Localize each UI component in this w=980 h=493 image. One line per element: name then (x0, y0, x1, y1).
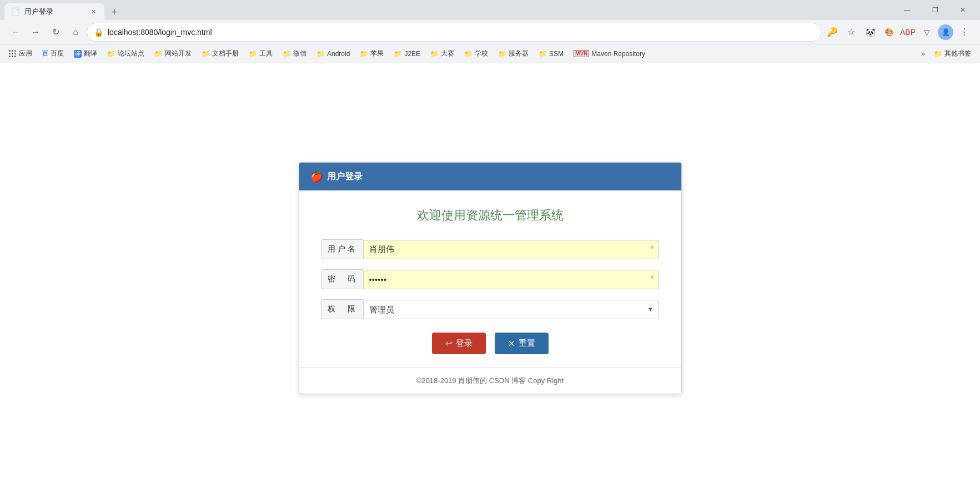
role-select-wrap: 管理员 普通用户 ▼ (363, 300, 659, 319)
bookmark-android-label: Android (327, 50, 350, 58)
reload-button[interactable]: ↻ (47, 23, 64, 41)
folder-contest-icon: 📁 (430, 50, 439, 58)
password-label: 密 码 (321, 269, 363, 289)
profile-button[interactable]: 👤 (937, 23, 954, 41)
form-actions: ↩ 登录 ✕ 重置 (321, 333, 659, 354)
back-button[interactable]: ← (7, 23, 24, 41)
reset-button-label: 重置 (519, 338, 535, 349)
bookmark-baidu[interactable]: 百 百度 (38, 47, 68, 61)
extension-color-icon[interactable]: 🎨 (880, 23, 898, 41)
bookmark-server[interactable]: 📁 服务器 (494, 47, 533, 61)
card-body: 欢迎使用资源统一管理系统 用户名 * 密 码 * 权 限 (299, 190, 681, 354)
bookmark-docs-label: 文档手册 (212, 49, 239, 58)
bookmark-forum-label: 论坛站点 (118, 49, 144, 58)
bookmark-webdev-label: 网站开发 (165, 49, 192, 58)
bookmark-school[interactable]: 📁 学校 (460, 47, 492, 61)
bookmark-j2ee[interactable]: 📁 J2EE (389, 47, 425, 61)
username-input[interactable] (364, 240, 646, 259)
bookmark-wechat-label: 微信 (293, 49, 306, 58)
folder-j2ee-icon: 📁 (394, 50, 402, 58)
profile-avatar: 👤 (938, 24, 953, 40)
tab-close-button[interactable]: ✕ (89, 7, 98, 16)
secure-icon: 🔒 (94, 28, 103, 37)
bookmark-apple[interactable]: 📁 苹果 (355, 47, 388, 61)
folder-apple-icon: 📁 (360, 50, 368, 58)
bookmark-tools-label: 工具 (259, 49, 273, 58)
username-label: 用户名 (321, 239, 363, 259)
password-asterisk: * (646, 274, 658, 284)
tab-title: 用户登录 (24, 7, 84, 17)
tab-strip: 📄 用户登录 ✕ + (4, 0, 894, 20)
extension-panda-icon[interactable]: 🐼 (861, 23, 879, 41)
forward-button[interactable]: → (27, 23, 44, 41)
bookmark-contest-label: 大赛 (441, 49, 454, 58)
folder-forum-icon: 📁 (107, 50, 115, 58)
bookmark-ssm-label: SSM (549, 50, 564, 58)
reset-button[interactable]: ✕ 重置 (495, 333, 549, 354)
fanyi-icon: 译 (74, 50, 82, 58)
login-card: 🍎 用户登录 欢迎使用资源统一管理系统 用户名 * 密 码 * (299, 162, 682, 394)
bookmark-ssm[interactable]: 📁 SSM (534, 47, 568, 61)
card-header-title: 用户登录 (327, 171, 363, 183)
new-tab-button[interactable]: + (107, 4, 122, 20)
bookmark-maven-label: Maven Repository (591, 50, 645, 58)
bookmark-apps[interactable]: 应用 (4, 47, 37, 61)
bookmark-tools[interactable]: 📁 工具 (244, 47, 277, 61)
active-tab[interactable]: 📄 用户登录 ✕ (4, 3, 104, 20)
bookmark-webdev[interactable]: 📁 网站开发 (150, 47, 196, 61)
folder-webdev-icon: 📁 (154, 50, 163, 58)
bookmarks-more-button[interactable]: » (918, 47, 928, 61)
address-bar[interactable]: 🔒 localhost:8080/login_mvc.html (87, 23, 821, 42)
bookmark-android[interactable]: 📁 Android (312, 47, 354, 61)
bookmarks-bar: 应用 百 百度 译 翻译 📁 论坛站点 📁 网站开发 📁 文档手册 📁 工具 (0, 44, 980, 63)
menu-button[interactable]: ⋮ (956, 23, 973, 41)
folder-wechat-icon: 📁 (283, 50, 291, 58)
minimize-button[interactable]: — (894, 0, 920, 20)
close-button[interactable]: ✕ (950, 0, 976, 20)
other-bookmarks-button[interactable]: 📁 其他书签 (929, 47, 976, 61)
username-row: 用户名 * (321, 239, 659, 259)
folder-ssm-icon: 📁 (539, 50, 547, 58)
folder-docs-icon: 📁 (202, 50, 210, 58)
page-content: 🍎 用户登录 欢迎使用资源统一管理系统 用户名 * 密 码 * (0, 63, 980, 493)
folder-tools-icon: 📁 (249, 50, 257, 58)
bookmark-school-label: 学校 (475, 49, 488, 58)
bookmark-contest[interactable]: 📁 大赛 (426, 47, 459, 61)
bookmark-fanyi[interactable]: 译 翻译 (69, 47, 102, 61)
address-text: localhost:8080/login_mvc.html (108, 28, 814, 37)
password-row: 密 码 * (321, 269, 659, 289)
extension-vpn-icon[interactable]: ▽ (918, 23, 936, 41)
bookmark-apple-label: 苹果 (370, 49, 384, 58)
reset-icon: ✕ (508, 339, 515, 349)
home-button[interactable]: ⌂ (67, 23, 84, 41)
other-bookmarks-label: 其他书签 (944, 49, 971, 58)
bookmark-docs[interactable]: 📁 文档手册 (197, 47, 243, 61)
role-label: 权 限 (321, 299, 363, 319)
maven-icon: MVN (574, 50, 589, 57)
card-footer: ©2018-2019 肖朋伟的 CSDN 博客 Copy Right (299, 368, 681, 394)
bookmark-wechat[interactable]: 📁 微信 (278, 47, 311, 61)
baidu-icon: 百 (42, 49, 48, 58)
bookmark-j2ee-label: J2EE (404, 50, 420, 58)
login-button-label: 登录 (456, 338, 473, 349)
password-manager-icon[interactable]: 🔑 (823, 23, 841, 41)
bookmark-apps-label: 应用 (19, 49, 32, 58)
navigation-bar: ← → ↻ ⌂ 🔒 localhost:8080/login_mvc.html … (0, 20, 980, 44)
login-button[interactable]: ↩ 登录 (432, 333, 486, 354)
bookmark-maven[interactable]: MVN Maven Repository (569, 47, 650, 61)
password-input-wrap: * (363, 270, 659, 289)
footer-text: ©2018-2019 肖朋伟的 CSDN 博客 Copy Right (416, 376, 564, 385)
folder-android-icon: 📁 (316, 50, 325, 58)
bookmark-forum[interactable]: 📁 论坛站点 (103, 47, 149, 61)
tab-favicon: 📄 (11, 7, 20, 16)
bookmark-baidu-label: 百度 (51, 49, 64, 58)
role-select[interactable]: 管理员 普通用户 (364, 300, 643, 319)
bookmark-star-icon[interactable]: ☆ (842, 23, 860, 41)
bookmark-server-label: 服务器 (509, 49, 529, 58)
window-controls: — ❐ ✕ (894, 0, 976, 20)
welcome-text: 欢迎使用资源统一管理系统 (321, 207, 659, 224)
password-input[interactable] (364, 270, 646, 289)
maximize-button[interactable]: ❐ (922, 0, 948, 20)
extension-adblock-icon[interactable]: ABP (899, 23, 917, 41)
username-asterisk: * (646, 244, 658, 254)
